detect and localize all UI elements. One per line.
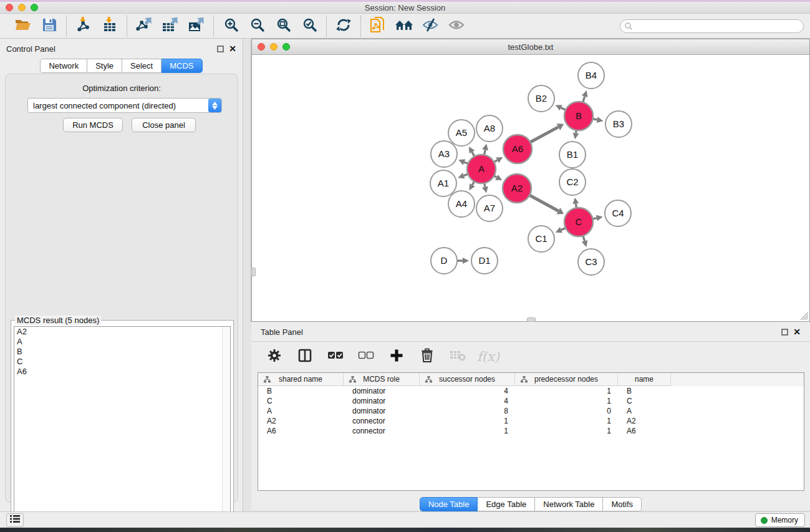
close-panel-icon[interactable]: ✕ [229,46,236,52]
add-column-button[interactable] [387,347,406,366]
graph-node-C3[interactable]: C3 [578,249,604,275]
run-mcds-button[interactable]: Run MCDS [63,118,123,132]
table-cell[interactable]: B [618,387,671,395]
table-cell[interactable]: 0 [515,407,618,415]
table-cell[interactable]: connector [344,417,420,425]
graph-node-D1[interactable]: D1 [471,248,498,274]
import-table-button[interactable] [100,16,120,36]
table-cell[interactable]: A [258,407,344,415]
table-cell[interactable]: A2 [258,417,344,425]
table-row[interactable]: Cdominator41C [258,396,804,406]
column-header-name[interactable]: name [618,373,671,386]
home-button[interactable] [394,16,414,36]
search-input[interactable] [620,19,804,33]
graph-node-A8[interactable]: A8 [476,115,503,142]
table-tab-motifs[interactable]: Motifs [603,497,642,511]
mcds-result-item[interactable]: A [14,337,230,347]
resize-grip-icon[interactable] [799,311,808,320]
close-table-panel-icon[interactable]: ✕ [793,329,801,336]
export-network-button[interactable] [134,16,154,36]
result-list-scrollbar[interactable] [222,327,230,527]
graph-node-B1[interactable]: B1 [559,142,586,168]
graph-node-C1[interactable]: C1 [528,226,554,252]
table-cell[interactable]: 8 [420,407,515,415]
graph-node-C4[interactable]: C4 [605,200,631,226]
graph-node-C2[interactable]: C2 [559,169,586,195]
table-row[interactable]: Bdominator41B [258,386,804,396]
column-header-MCDS-role[interactable]: MCDS role [344,373,420,386]
mcds-result-item[interactable]: C [14,357,230,367]
table-cell[interactable]: 4 [420,397,515,405]
save-session-button[interactable] [39,16,59,36]
select-all-checkboxes-button[interactable] [326,347,345,366]
table-cell[interactable]: 1 [515,417,618,425]
tab-select[interactable]: Select [122,59,162,73]
graph-node-D[interactable]: D [431,248,457,274]
table-settings-button[interactable] [265,347,284,366]
memory-button[interactable]: Memory [755,513,805,527]
mcds-result-list[interactable]: A2ABCA6 [14,326,231,528]
table-cell[interactable]: dominator [344,397,420,405]
table-cell[interactable]: dominator [344,387,420,395]
table-cell[interactable]: A6 [618,427,671,435]
table-cell[interactable]: dominator [344,407,420,415]
table-cell[interactable]: C [618,397,671,405]
tab-network[interactable]: Network [40,59,87,73]
table-cell[interactable]: connector [344,427,420,435]
export-table-button[interactable] [160,16,180,36]
graph-node-A7[interactable]: A7 [476,195,503,221]
column-header-predecessor-nodes[interactable]: predecessor nodes [515,373,618,386]
delete-column-button[interactable] [418,347,436,366]
show-columns-button[interactable] [296,347,314,366]
graph-node-A4[interactable]: A4 [448,191,475,217]
network-graph[interactable]: B4B2BB3A5A8A6B1A3AC2A1A2A4A7C4CC1C3DD1 [252,56,809,321]
divider-grip[interactable] [527,317,536,322]
mcds-result-item[interactable]: A6 [14,367,230,377]
table-cell[interactable]: C [258,397,344,405]
table-cell[interactable]: B [258,387,344,395]
edge-A2-C[interactable] [528,195,558,211]
table-cell[interactable]: 1 [420,417,515,425]
deselect-all-checkboxes-button[interactable] [357,347,375,366]
graph-node-C[interactable]: C [564,208,593,236]
graph-node-A5[interactable]: A5 [448,120,475,146]
zoom-out-button[interactable] [247,16,267,36]
table-cell[interactable]: A [618,407,671,415]
show-details-button[interactable] [446,16,466,36]
column-header-shared-name[interactable]: shared name [258,373,344,386]
table-cell[interactable]: A6 [258,427,344,435]
table-cell[interactable]: 1 [515,397,618,405]
graph-node-B3[interactable]: B3 [605,111,632,137]
table-cell[interactable]: 1 [515,387,618,395]
apply-layout-button[interactable] [334,16,354,36]
close-panel-button[interactable]: Close panel [132,118,196,132]
divider-grip[interactable] [251,268,256,276]
network-canvas[interactable]: B4B2BB3A5A8A6B1A3AC2A1A2A4A7C4CC1C3DD1 [252,56,809,321]
network-file-button[interactable] [368,16,388,36]
open-file-button[interactable] [13,16,33,36]
node-table[interactable]: shared nameMCDS rolesuccessor nodesprede… [258,372,804,491]
graph-node-A1[interactable]: A1 [430,170,456,196]
table-cell[interactable]: 1 [420,427,515,435]
float-panel-icon[interactable] [217,46,224,52]
tab-style[interactable]: Style [87,59,122,73]
zoom-fit-button[interactable] [273,16,293,36]
graph-node-A6[interactable]: A6 [503,135,532,163]
float-table-panel-icon[interactable] [781,329,788,336]
graph-node-A[interactable]: A [467,155,496,183]
mcds-result-item[interactable]: B [14,347,230,357]
table-tab-edge-table[interactable]: Edge Table [478,497,535,511]
tab-mcds[interactable]: MCDS [162,59,202,73]
export-image-button[interactable] [186,16,206,36]
import-network-button[interactable] [74,16,94,36]
table-row[interactable]: A6connector11A6 [258,426,804,436]
graph-node-B[interactable]: B [564,102,593,130]
table-cell[interactable]: 1 [515,427,618,435]
edge-A6-B[interactable] [529,127,558,143]
graph-node-A3[interactable]: A3 [431,141,457,167]
graph-node-A2[interactable]: A2 [503,174,531,203]
table-cell[interactable]: 4 [420,387,515,395]
zoom-selected-button[interactable] [299,16,319,36]
graph-node-B2[interactable]: B2 [528,85,554,112]
task-history-button[interactable] [6,513,24,527]
